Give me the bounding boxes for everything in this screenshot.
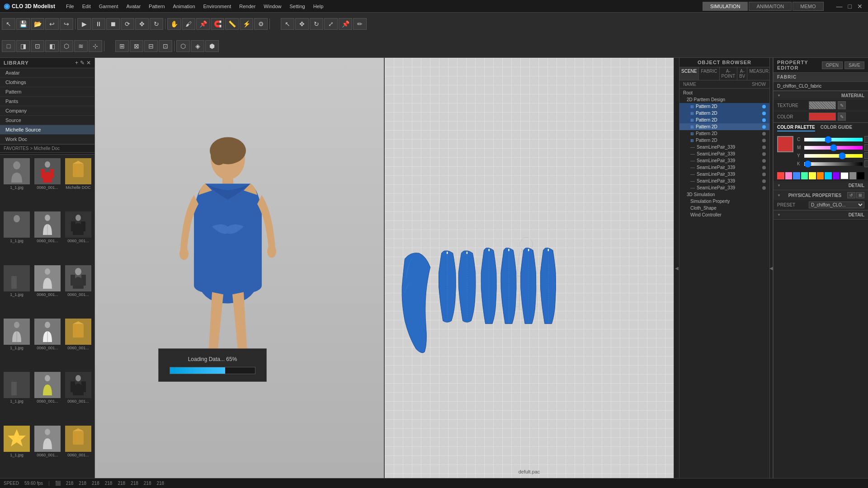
- tool-show-wire[interactable]: ⊹: [89, 40, 102, 52]
- palette-color-gray[interactable]: [849, 172, 857, 179]
- tool-rotate[interactable]: ↻: [150, 18, 163, 30]
- ob-pattern-2d-4[interactable]: ⊞ Pattern 2D: [679, 123, 769, 130]
- tool-save[interactable]: 💾: [16, 18, 30, 30]
- main-color-swatch[interactable]: [777, 136, 793, 152]
- tool-2d-row2-4[interactable]: ⊡: [159, 40, 172, 52]
- tool-view-side[interactable]: ◧: [45, 40, 59, 52]
- tool-transform[interactable]: ⟳: [121, 18, 134, 30]
- cmyk-c-slider[interactable]: [804, 138, 863, 141]
- list-item[interactable]: 0060_001...: [33, 210, 62, 262]
- tool-2d-rotate[interactable]: ↻: [310, 18, 323, 30]
- viewport-2d[interactable]: defult.pac: [385, 58, 674, 478]
- color-palette-tab[interactable]: COLOR PALETTE: [777, 125, 815, 131]
- nav-pants[interactable]: Pants: [0, 97, 94, 106]
- physical-section-header[interactable]: PHYSICAL PROPERTIES ↺ ⊞: [774, 190, 868, 200]
- tab-animation[interactable]: ANIMAITON: [749, 2, 792, 11]
- tool-2d-row2-6[interactable]: ◈: [191, 40, 204, 52]
- list-item[interactable]: 1_1.jpg: [2, 156, 32, 209]
- tool-select[interactable]: ↖: [2, 18, 15, 30]
- ob-wind-controller[interactable]: Wind Controller: [679, 211, 769, 218]
- tool-2d-row2-5[interactable]: ⬡: [176, 40, 190, 52]
- list-item[interactable]: 0060_001...: [33, 424, 62, 476]
- tool-2d-trace[interactable]: ✏: [353, 18, 367, 30]
- list-item[interactable]: 0060_001...: [63, 424, 93, 476]
- tool-2d-row2-3[interactable]: ⊟: [144, 40, 158, 52]
- tool-2d-row2-7[interactable]: ⬢: [205, 40, 219, 52]
- physical-copy-btn[interactable]: ⊞: [856, 192, 864, 198]
- nav-michelle-source[interactable]: Michelle Source: [0, 125, 94, 135]
- ob-seam-3[interactable]: — SeamLinePair_339: [679, 157, 769, 164]
- tool-sync[interactable]: ⚡: [240, 18, 253, 30]
- cmyk-m-slider[interactable]: [804, 146, 863, 150]
- cmyk-k-slider[interactable]: [804, 162, 863, 166]
- tool-view-persp[interactable]: ⬡: [60, 40, 73, 52]
- ob-3d-simulation[interactable]: 3D Simulation: [679, 191, 769, 198]
- menu-window[interactable]: Window: [260, 3, 285, 10]
- ob-seam-5[interactable]: — SeamLinePair_339: [679, 171, 769, 178]
- nav-clothings[interactable]: Clothings: [0, 78, 94, 87]
- material-section-header[interactable]: MATERIAL: [774, 91, 868, 100]
- tool-simulate[interactable]: ▶: [77, 18, 91, 30]
- tool-2d-move[interactable]: ✥: [295, 18, 309, 30]
- palette-color-blue[interactable]: [793, 172, 800, 179]
- list-item[interactable]: 1_1.jpg: [2, 263, 32, 316]
- library-add-btn[interactable]: +: [75, 60, 78, 66]
- list-item[interactable]: 0060_001...: [63, 210, 93, 262]
- nav-work-doc[interactable]: Work Doc: [0, 135, 94, 144]
- ob-seam-1[interactable]: — SeamLinePair_339: [679, 144, 769, 150]
- viewport-3d[interactable]: Loading Data... 65%: [95, 58, 385, 478]
- right-collapse-button[interactable]: ◀: [674, 58, 679, 478]
- menu-file[interactable]: File: [62, 3, 78, 10]
- tool-pin[interactable]: 📌: [196, 18, 210, 30]
- tool-view-back[interactable]: ◨: [16, 40, 30, 52]
- ob-seam-6[interactable]: — SeamLinePair_339: [679, 178, 769, 184]
- tool-settings[interactable]: ⚙: [254, 18, 268, 30]
- ob-pattern-2d-5[interactable]: ⊞ Pattern 2D: [679, 130, 769, 137]
- tool-grab[interactable]: ✋: [167, 18, 181, 30]
- ob-2d-design[interactable]: 2D Parttern Design: [679, 96, 769, 103]
- tool-magnet[interactable]: 🧲: [211, 18, 224, 30]
- ob-tab-scene[interactable]: SCENE: [679, 67, 699, 80]
- tool-2d-row2-1[interactable]: ⊞: [115, 40, 129, 52]
- tool-redo[interactable]: ↪: [60, 18, 73, 30]
- ob-pattern-2d-1[interactable]: ⊞ Pattern 2D: [679, 103, 769, 110]
- menu-render[interactable]: Render: [236, 3, 259, 10]
- list-item[interactable]: 0060_001...: [33, 317, 62, 369]
- list-item[interactable]: 1_1.jpg: [2, 210, 32, 262]
- save-button[interactable]: SAVE: [844, 61, 864, 69]
- nav-avatar[interactable]: Avatar: [0, 68, 94, 78]
- preset-dropdown[interactable]: D_chiffon_CLO...: [809, 202, 864, 208]
- cmyk-y-slider[interactable]: [804, 154, 863, 158]
- close-button[interactable]: ✕: [855, 3, 864, 10]
- tool-brush[interactable]: 🖌: [182, 18, 195, 30]
- ob-tab-fabric[interactable]: FABRIC: [699, 67, 719, 80]
- menu-environment[interactable]: Environment: [200, 3, 235, 10]
- ob-seam-4[interactable]: — SeamLinePair_339: [679, 164, 769, 171]
- menu-edit[interactable]: Edit: [79, 3, 94, 10]
- list-item[interactable]: 1_1.jpg: [2, 370, 32, 422]
- texture-swatch[interactable]: [809, 101, 836, 109]
- panel-collapse-btn-2[interactable]: ◀: [769, 58, 773, 478]
- tool-2d-scale[interactable]: ⤢: [324, 18, 338, 30]
- list-item[interactable]: 1_1.jpg: [2, 424, 32, 476]
- tool-measure[interactable]: 📏: [225, 18, 239, 30]
- detail-section-header[interactable]: DETAIL: [774, 181, 868, 190]
- menu-avatar[interactable]: Avatar: [123, 3, 145, 10]
- ob-tab-apoint[interactable]: A-POINT: [720, 67, 738, 80]
- library-close-btn[interactable]: ✕: [86, 60, 91, 66]
- palette-color-white[interactable]: [840, 172, 849, 179]
- palette-color-red[interactable]: [777, 172, 784, 179]
- menu-pattern[interactable]: Pattern: [145, 3, 168, 10]
- tool-show-seam[interactable]: ≋: [74, 40, 88, 52]
- palette-color-orange[interactable]: [817, 172, 824, 179]
- ob-pattern-2d-6[interactable]: ⊞ Pattern 2D: [679, 137, 769, 144]
- tool-2d-row2-2[interactable]: ⊠: [130, 40, 143, 52]
- palette-color-yellow[interactable]: [809, 172, 816, 179]
- minimize-button[interactable]: —: [835, 3, 844, 10]
- tool-open[interactable]: 📂: [31, 18, 44, 30]
- tool-pause[interactable]: ⏸: [92, 18, 105, 30]
- ob-cloth-shape[interactable]: Cloth_Shape: [679, 205, 769, 211]
- tool-reset[interactable]: ⏹: [106, 18, 120, 30]
- ob-simulation-property[interactable]: Simulation Property: [679, 198, 769, 205]
- palette-color-pink[interactable]: [785, 172, 793, 179]
